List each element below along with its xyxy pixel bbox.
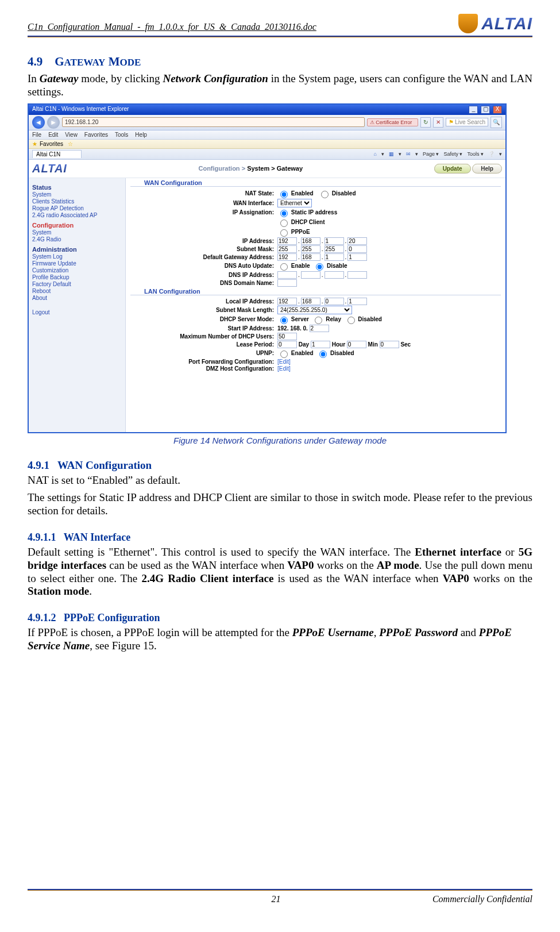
update-button[interactable]: Update xyxy=(434,164,471,174)
label-max-dhcp: Maximum Number of DHCP Users: xyxy=(130,333,277,340)
sm-oct3[interactable] xyxy=(325,245,344,253)
label-dns-auto: DNS Auto Update: xyxy=(130,263,277,269)
sidebar-heading-status: Status xyxy=(32,184,122,191)
sm-oct1[interactable] xyxy=(277,245,297,253)
lease-day[interactable] xyxy=(277,341,297,348)
lease-min[interactable] xyxy=(347,341,366,348)
label-start-ip: Start IP Address: xyxy=(130,325,277,332)
dns-oct1[interactable] xyxy=(277,271,297,279)
dns-oct3[interactable] xyxy=(325,271,344,279)
sidebar-item-custom[interactable]: Customization xyxy=(32,267,122,274)
dns-domain-input[interactable] xyxy=(277,279,297,287)
nat-disabled-radio[interactable] xyxy=(321,191,329,198)
page-number: 21 xyxy=(271,894,280,904)
label-ip-address: IP Address: xyxy=(130,238,277,244)
nat-enabled-radio[interactable] xyxy=(280,191,288,198)
sidebar-item-logout[interactable]: Logout xyxy=(32,309,122,315)
ip-oct3[interactable] xyxy=(325,237,344,245)
ip-oct1[interactable] xyxy=(277,237,297,245)
dmz-edit-link[interactable]: [Edit] xyxy=(277,365,291,372)
sidebar-item-assoc-ap[interactable]: 2.4G radio Associated AP xyxy=(32,212,122,218)
refresh-icon[interactable]: ↻ xyxy=(420,117,431,128)
star-icon: ★ xyxy=(32,141,37,147)
sidebar-item-cfg-radio[interactable]: 2.4G Radio xyxy=(32,236,122,242)
gw-oct2[interactable] xyxy=(301,253,320,261)
lease-hour[interactable] xyxy=(311,341,330,348)
dhcp-server-radio[interactable] xyxy=(280,317,288,324)
sidebar-heading-admin: Administration xyxy=(32,246,122,253)
upnp-enabled-radio[interactable] xyxy=(280,351,288,358)
sidebar-item-system[interactable]: System xyxy=(32,191,122,198)
sidebar-item-reboot[interactable]: Reboot xyxy=(32,288,122,294)
ipassign-dhcp-radio[interactable] xyxy=(280,219,288,227)
brand-logo: ALTAI xyxy=(458,14,532,33)
nav-back-icon[interactable]: ◄ xyxy=(32,116,45,129)
stop-icon[interactable]: ✕ xyxy=(433,117,443,128)
help-button[interactable]: Help xyxy=(472,164,502,174)
sidebar-item-fwupdate[interactable]: Firmware Update xyxy=(32,260,122,267)
nav-forward-icon[interactable]: ► xyxy=(47,116,60,129)
page-tools[interactable]: ⌂ ▾ ▦ ▾ ✉ ▾ Page ▾ Safety ▾ Tools ▾ ❔▾ xyxy=(373,151,502,157)
label-nat-state: NAT State: xyxy=(130,190,277,197)
minimize-icon[interactable]: _ xyxy=(469,106,478,114)
ip-oct2[interactable] xyxy=(301,237,320,245)
port-fwd-edit-link[interactable]: [Edit] xyxy=(277,359,291,365)
lip-oct4[interactable] xyxy=(347,298,367,305)
help-icon[interactable]: ❔ xyxy=(488,151,495,157)
label-dhcp-mode: DHCP Server Mode: xyxy=(130,316,277,322)
main-panel: WAN Configuration NAT State: Enabled Dis… xyxy=(126,178,505,433)
dns-oct4[interactable] xyxy=(347,271,367,279)
sidebar: Status System Clients Statistics Rogue A… xyxy=(29,178,126,433)
gw-oct1[interactable] xyxy=(277,253,297,261)
section-4-9-1-2-heading: 4.9.1.2 PPPoE Configuration xyxy=(28,612,532,624)
label-local-ip: Local IP Address: xyxy=(130,298,277,305)
sidebar-item-backup[interactable]: Profile Backup xyxy=(32,274,122,280)
label-upnp: UPNP: xyxy=(130,350,277,356)
lan-section-title: LAN Configuration xyxy=(130,288,501,295)
sm-oct4[interactable] xyxy=(347,245,367,253)
search-go-icon[interactable]: 🔍 xyxy=(491,117,502,128)
logo-text: ALTAI xyxy=(481,14,532,33)
gw-oct3[interactable] xyxy=(325,253,344,261)
browser-menubar[interactable]: FileEditViewFavoritesToolsHelp xyxy=(29,130,505,140)
favorites-bar[interactable]: ★Favorites☆ xyxy=(29,140,505,149)
sidebar-item-factory[interactable]: Factory Default xyxy=(32,281,122,287)
dns-oct2[interactable] xyxy=(301,271,320,279)
close-icon[interactable]: X xyxy=(493,106,502,114)
lip-oct1[interactable] xyxy=(277,298,297,305)
home-icon[interactable]: ⌂ xyxy=(373,151,376,157)
wan-interface-select[interactable]: Ethernet xyxy=(277,199,312,207)
static-dhcp-paragraph: The settings for Static IP address and D… xyxy=(28,491,532,518)
star-add-icon[interactable]: ☆ xyxy=(68,141,73,147)
dnsauto-disable-radio[interactable] xyxy=(316,263,323,271)
search-box[interactable]: ⚑Live Search xyxy=(446,118,488,126)
sidebar-item-cfg-system[interactable]: System xyxy=(32,229,122,236)
label-wan-iface: WAN Interface: xyxy=(130,200,277,206)
ip-oct4[interactable] xyxy=(347,237,367,245)
sidebar-item-syslog[interactable]: System Log xyxy=(32,253,122,260)
dhcp-disabled-radio[interactable] xyxy=(347,317,355,324)
header-rule xyxy=(28,36,532,37)
subnet-length-select[interactable]: 24(255.255.255.0) xyxy=(277,306,352,314)
address-bar[interactable]: 192.168.1.20 xyxy=(62,117,365,127)
sidebar-item-rogue[interactable]: Rogue AP Detection xyxy=(32,205,122,211)
nat-default-paragraph: NAT is set to “Enabled” as default. xyxy=(28,474,532,487)
sm-oct2[interactable] xyxy=(301,245,320,253)
ipassign-pppoe-radio[interactable] xyxy=(280,229,288,237)
label-dmz: DMZ Host Configuration: xyxy=(130,365,277,372)
lip-oct2[interactable] xyxy=(301,298,320,305)
sidebar-item-about[interactable]: About xyxy=(32,295,122,301)
lip-oct3[interactable] xyxy=(325,298,344,305)
start-ip-last[interactable] xyxy=(310,325,329,332)
sidebar-item-clients[interactable]: Clients Statistics xyxy=(32,198,122,205)
lease-sec[interactable] xyxy=(380,341,399,348)
dnsauto-enable-radio[interactable] xyxy=(280,263,288,271)
browser-tab[interactable]: Altai C1N xyxy=(32,150,82,158)
gw-oct4[interactable] xyxy=(347,253,367,261)
maximize-icon[interactable]: ▢ xyxy=(481,106,490,114)
upnp-disabled-radio[interactable] xyxy=(319,351,327,358)
certificate-error-badge[interactable]: ⚠ Certificate Error xyxy=(367,118,419,126)
dhcp-relay-radio[interactable] xyxy=(315,317,322,324)
max-dhcp-input[interactable] xyxy=(277,333,297,340)
ipassign-static-radio[interactable] xyxy=(280,210,288,217)
